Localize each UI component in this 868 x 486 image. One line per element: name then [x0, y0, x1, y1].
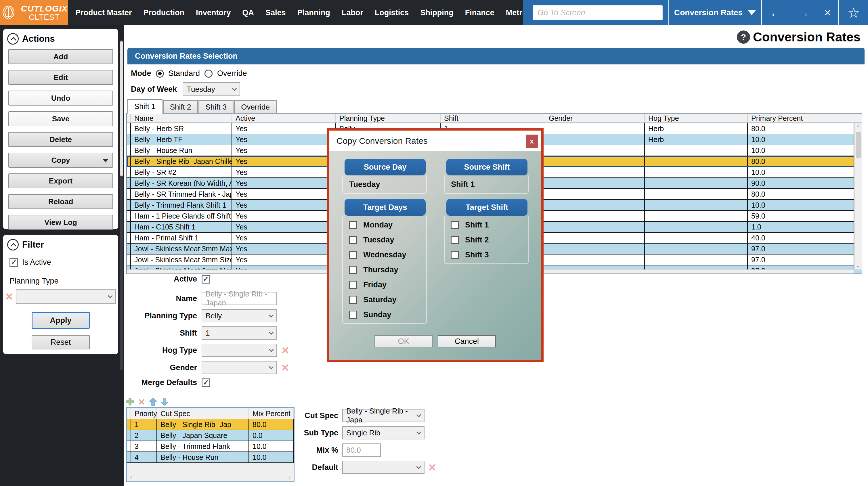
row-selector-cell[interactable]: [127, 419, 131, 430]
cell[interactable]: [545, 244, 645, 254]
cell[interactable]: Belly - Japan Square: [157, 430, 249, 441]
cell[interactable]: [645, 254, 748, 265]
cell[interactable]: Yes: [232, 233, 336, 243]
cell[interactable]: 0.0: [249, 430, 293, 441]
target-day-checkbox-friday[interactable]: [349, 281, 357, 289]
cell[interactable]: [545, 189, 645, 199]
cell[interactable]: Yes: [232, 134, 336, 145]
cell[interactable]: [645, 189, 748, 199]
menu-item-production[interactable]: Production: [144, 8, 185, 17]
cell[interactable]: Yes: [232, 189, 336, 199]
export-button[interactable]: Export: [8, 174, 113, 188]
column-header-planning-type[interactable]: Planning Type: [336, 114, 441, 122]
delete-button[interactable]: Delete: [8, 132, 113, 147]
favorite-star-icon[interactable]: ☆: [839, 0, 868, 25]
row-selector-cell[interactable]: [127, 145, 131, 156]
active-checkbox[interactable]: ✓: [202, 275, 210, 283]
target-day-checkbox-monday[interactable]: [349, 221, 357, 229]
column-header-active[interactable]: Active: [232, 114, 336, 122]
cell[interactable]: [645, 178, 748, 188]
cell[interactable]: 2: [131, 430, 157, 441]
cell[interactable]: [645, 167, 748, 177]
close-screen-icon[interactable]: ×: [824, 7, 831, 18]
undo-button[interactable]: Undo: [8, 91, 113, 105]
cell[interactable]: Yes: [232, 211, 336, 221]
cell[interactable]: [545, 123, 645, 134]
target-shift-checkbox-shift-3[interactable]: [451, 251, 459, 259]
ok-button[interactable]: OK: [374, 335, 433, 347]
menu-item-inventory[interactable]: Inventory: [196, 8, 231, 17]
sub-type-select[interactable]: Single Rib: [342, 426, 425, 439]
delete-x-icon[interactable]: [137, 397, 146, 406]
row-selector-cell[interactable]: [127, 189, 131, 199]
cell[interactable]: Herb: [645, 123, 748, 134]
mix-table-row[interactable]: 2Belly - Japan Square0.0: [127, 430, 293, 441]
mix-table-row[interactable]: 1Belly - Single Rib -Jap80.0: [127, 419, 293, 430]
cell[interactable]: 1.0: [748, 222, 854, 232]
cell[interactable]: [645, 156, 748, 166]
menu-item-qa[interactable]: QA: [243, 8, 254, 17]
cancel-button[interactable]: Cancel: [438, 335, 496, 347]
cut-spec-select[interactable]: Belly - Single Rib -Japa: [342, 409, 425, 422]
row-selector-cell[interactable]: [127, 167, 131, 177]
hog-type-select[interactable]: [202, 344, 277, 357]
cell[interactable]: [545, 145, 645, 156]
row-selector-cell[interactable]: [127, 211, 131, 221]
reset-button[interactable]: Reset: [32, 335, 90, 350]
row-selector-cell[interactable]: [127, 200, 131, 210]
cell[interactable]: Belly - Single Rib -Jap: [157, 419, 249, 430]
shift-select[interactable]: 1: [202, 326, 277, 340]
cell[interactable]: 97.0: [748, 254, 854, 265]
cell[interactable]: 80.0: [748, 189, 854, 199]
move-up-icon[interactable]: [149, 397, 157, 406]
cell[interactable]: 1: [131, 419, 157, 430]
cell[interactable]: 3: [131, 441, 157, 452]
cell[interactable]: Yes: [232, 222, 336, 232]
cell[interactable]: [645, 233, 748, 243]
row-selector-cell[interactable]: [127, 156, 131, 166]
clear-hog-type-x-icon[interactable]: ×: [282, 344, 289, 357]
cell[interactable]: Belly - Herb TF: [131, 134, 232, 145]
apply-button[interactable]: Apply: [32, 312, 90, 329]
cell[interactable]: Yes: [232, 200, 336, 210]
cell[interactable]: Belly - Trimmed Flank Shift 1: [131, 200, 232, 210]
gender-select[interactable]: [202, 361, 277, 374]
cell[interactable]: Ham - Primal Shift 1: [131, 233, 232, 243]
edit-button[interactable]: Edit: [8, 70, 113, 85]
cell[interactable]: 10.0: [748, 167, 854, 177]
mix-percent-input[interactable]: 80.0: [342, 444, 381, 457]
cell[interactable]: Belly - House Run: [157, 452, 249, 462]
menu-item-logistics[interactable]: Logistics: [375, 8, 409, 17]
scroll-up-icon[interactable]: ⌃: [855, 124, 862, 131]
mix-table-row[interactable]: 4Belly - House Run10.0: [127, 452, 293, 463]
target-day-checkbox-sunday[interactable]: [349, 311, 357, 318]
cell[interactable]: [545, 134, 645, 145]
target-day-checkbox-tuesday[interactable]: [349, 236, 357, 244]
cell[interactable]: Belly - SR #2: [131, 167, 232, 177]
menu-item-product-master[interactable]: Product Master: [75, 8, 132, 17]
collapse-chevron-icon[interactable]: [7, 239, 19, 250]
cell[interactable]: 10.0: [249, 441, 293, 452]
cell[interactable]: Yes: [232, 178, 336, 188]
clear-filter-x-icon[interactable]: ×: [5, 290, 13, 303]
scrollbar-thumb[interactable]: [856, 132, 861, 158]
name-input[interactable]: Belly - Single Rib -Japan: [202, 292, 277, 305]
row-selector-cell[interactable]: [127, 134, 131, 145]
cell[interactable]: [645, 211, 748, 221]
cell[interactable]: [545, 211, 645, 221]
go-to-screen-input[interactable]: Go To Screen: [533, 5, 663, 20]
add-icon[interactable]: [126, 397, 134, 406]
view-log-button[interactable]: View Log: [8, 215, 113, 230]
cell[interactable]: [545, 167, 645, 177]
row-selector-cell[interactable]: [127, 222, 131, 232]
cell[interactable]: [545, 222, 645, 232]
menu-item-sales[interactable]: Sales: [266, 8, 286, 17]
cell[interactable]: 40.0: [748, 233, 854, 243]
cell[interactable]: [545, 178, 645, 188]
cell[interactable]: Herb: [645, 134, 748, 145]
cell[interactable]: Belly - House Run: [131, 145, 232, 156]
cell[interactable]: 97.0: [748, 244, 854, 254]
cell[interactable]: 4: [131, 452, 157, 462]
cell[interactable]: 10.0: [748, 200, 854, 210]
cell[interactable]: Belly - Single Rib -Japan Chilled S: [131, 156, 232, 166]
